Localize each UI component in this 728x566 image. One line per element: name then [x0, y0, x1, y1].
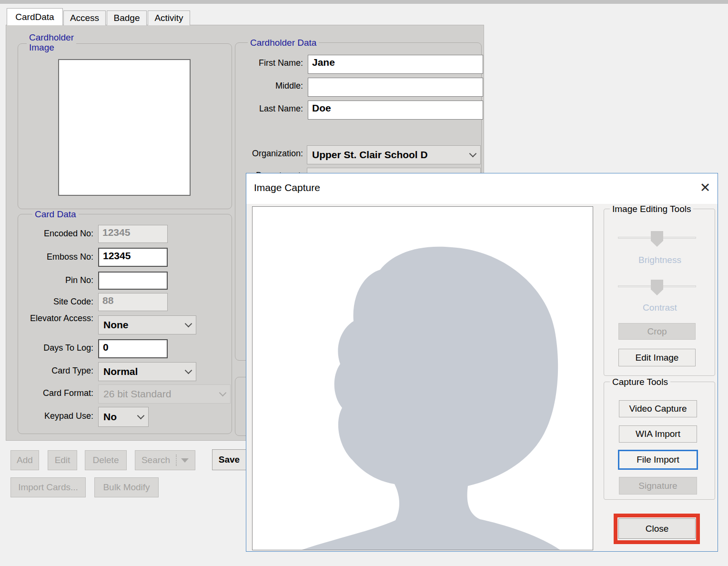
- application-window: CardData Access Badge Activity Cardholde…: [0, 0, 728, 566]
- delete-button[interactable]: Delete: [85, 450, 127, 470]
- chevron-down-icon: [469, 150, 477, 157]
- split-divider: [176, 455, 177, 466]
- dropdown-arrow-icon[interactable]: [181, 458, 189, 463]
- pin-no-label: Pin No:: [26, 275, 93, 285]
- elevator-access-dropdown[interactable]: None: [98, 315, 196, 334]
- add-button[interactable]: Add: [10, 450, 39, 470]
- tab-access-label: Access: [70, 13, 99, 23]
- cardholder-image-caption: Cardholder Image: [27, 32, 76, 52]
- edit-image-button-label: Edit Image: [636, 353, 679, 363]
- organization-label: Organization:: [240, 149, 303, 159]
- chevron-down-icon: [185, 366, 192, 374]
- card-data-caption: Card Data: [32, 209, 79, 219]
- video-capture-button-label: Video Capture: [629, 404, 687, 414]
- capture-tools-group: Capture Tools Video Capture WIA Import F…: [604, 382, 715, 500]
- save-button-label: Save: [219, 455, 240, 465]
- image-capture-dialog: Image Capture ✕ Image Editing Tools Brig…: [246, 173, 718, 552]
- edit-button-label: Edit: [55, 455, 71, 465]
- elevator-access-label: Elevator Access:: [26, 313, 93, 324]
- card-type-dropdown[interactable]: Normal: [98, 362, 196, 381]
- signature-button-label: Signature: [638, 481, 677, 491]
- keypad-use-label: Keypad Use:: [26, 411, 93, 421]
- dialog-title: Image Capture: [254, 182, 320, 193]
- pin-no-field[interactable]: [98, 272, 168, 290]
- card-format-dropdown: 26 bit Standard: [98, 384, 231, 404]
- keypad-use-dropdown[interactable]: No: [98, 407, 149, 427]
- last-name-label: Last Name:: [240, 104, 303, 114]
- emboss-no-field[interactable]: 12345: [98, 248, 168, 267]
- tab-carddata-label: CardData: [15, 12, 54, 22]
- file-import-button[interactable]: File Import: [618, 450, 698, 470]
- image-preview: [252, 206, 593, 550]
- card-type-label: Card Type:: [26, 366, 93, 376]
- import-cards-button-label: Import Cards...: [18, 482, 78, 493]
- chevron-down-icon: [185, 320, 192, 327]
- card-format-value: 26 bit Standard: [103, 388, 217, 400]
- bulk-modify-button[interactable]: Bulk Modify: [94, 477, 159, 497]
- tab-badge-label: Badge: [114, 13, 140, 23]
- middle-name-field[interactable]: [308, 78, 483, 97]
- file-import-button-label: File Import: [637, 455, 679, 465]
- cardholder-data-caption: Cardholder Data: [248, 38, 319, 48]
- import-cards-button[interactable]: Import Cards...: [10, 477, 86, 497]
- contrast-slider-thumb[interactable]: [651, 280, 663, 295]
- elevator-access-value: None: [103, 319, 183, 331]
- close-icon[interactable]: ✕: [697, 179, 714, 196]
- card-data-group: Card Data Encoded No: 12345 Emboss No: 1…: [18, 214, 232, 434]
- search-button-label: Search: [142, 455, 170, 465]
- tab-activity-label: Activity: [154, 13, 183, 23]
- video-capture-button[interactable]: Video Capture: [619, 400, 697, 417]
- edit-image-button[interactable]: Edit Image: [618, 349, 696, 366]
- chevron-down-icon: [219, 389, 227, 396]
- image-editing-tools-caption: Image Editing Tools: [610, 204, 693, 214]
- wia-import-button[interactable]: WIA Import: [619, 425, 697, 443]
- crop-button-label: Crop: [647, 326, 667, 337]
- wia-import-button-label: WIA Import: [636, 429, 680, 439]
- close-button[interactable]: Close: [618, 518, 696, 539]
- days-to-log-field[interactable]: 0: [98, 339, 168, 358]
- tab-carddata[interactable]: CardData: [7, 8, 63, 25]
- bulk-modify-button-label: Bulk Modify: [103, 482, 150, 493]
- site-code-label: Site Code:: [26, 297, 93, 307]
- close-button-label: Close: [646, 524, 669, 534]
- capture-tools-caption: Capture Tools: [610, 377, 670, 387]
- first-name-field[interactable]: Jane: [308, 55, 483, 74]
- tab-access[interactable]: Access: [63, 10, 106, 25]
- image-editing-tools-group: Image Editing Tools Brightness Contrast …: [604, 209, 715, 376]
- encoded-no-field: 12345: [98, 225, 168, 243]
- site-code-field: 88: [98, 293, 168, 311]
- add-button-label: Add: [17, 455, 33, 465]
- first-name-label: First Name:: [240, 58, 303, 68]
- save-button[interactable]: Save: [212, 449, 246, 470]
- days-to-log-label: Days To Log:: [26, 343, 93, 353]
- brightness-slider-thumb[interactable]: [651, 231, 663, 247]
- tab-activity[interactable]: Activity: [148, 10, 190, 25]
- chevron-down-icon: [137, 412, 145, 419]
- middle-name-label: Middle:: [240, 81, 303, 91]
- tab-badge[interactable]: Badge: [107, 10, 147, 25]
- crop-button[interactable]: Crop: [618, 323, 696, 340]
- last-name-field[interactable]: Doe: [308, 101, 483, 120]
- encoded-no-label: Encoded No:: [26, 229, 93, 239]
- person-silhouette: [253, 207, 593, 550]
- contrast-label: Contrast: [604, 303, 716, 313]
- delete-button-label: Delete: [93, 455, 119, 465]
- card-type-value: Normal: [103, 366, 183, 377]
- cardholder-image-box[interactable]: [58, 59, 191, 196]
- keypad-use-value: No: [103, 411, 135, 423]
- window-top-strip: [0, 0, 728, 4]
- emboss-no-label: Emboss No:: [26, 252, 93, 262]
- organization-dropdown[interactable]: Upper St. Clair School D: [307, 145, 481, 164]
- card-format-label: Card Format:: [26, 388, 93, 398]
- search-split-button[interactable]: Search: [135, 450, 195, 470]
- cardholder-image-group: Cardholder Image: [18, 43, 232, 209]
- organization-value: Upper St. Clair School D: [312, 149, 467, 161]
- brightness-label: Brightness: [604, 255, 716, 265]
- signature-button[interactable]: Signature: [619, 477, 697, 495]
- edit-button[interactable]: Edit: [48, 450, 77, 470]
